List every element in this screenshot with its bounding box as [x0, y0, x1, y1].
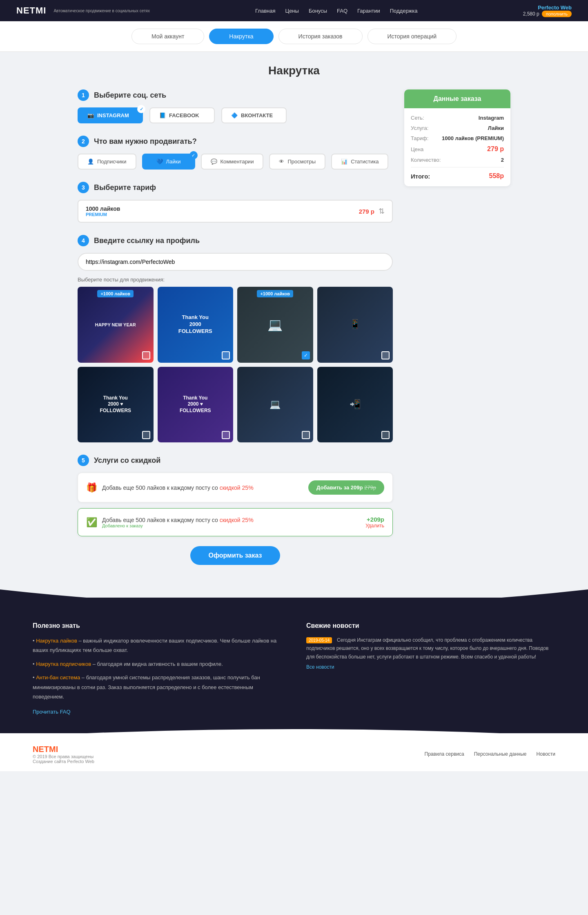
tabs-nav: Мой аккаунт Накрутка История заказов Ист…	[0, 21, 588, 52]
section4-title: Введите ссылку на профиль	[94, 237, 200, 245]
footer-useful: Полезно знать • Накрутка лайков – важный…	[33, 622, 282, 717]
order-row-tariff: Тариф: 1000 лайков (PREMIUM)	[411, 135, 504, 141]
order-network-label: Сеть:	[411, 115, 424, 121]
user-balance: 2,580 р пополнить	[523, 11, 572, 17]
nav-support[interactable]: Поддержка	[390, 8, 418, 14]
order-total-label: Итого:	[411, 173, 430, 180]
order-row-service: Услуга: Лайки	[411, 125, 504, 131]
section1-num: 1	[78, 89, 89, 101]
subscribers-label: Подписчики	[97, 158, 127, 165]
post1-checkbox[interactable]	[142, 351, 150, 359]
likes-label: Лайки	[166, 158, 181, 165]
footer-link-subscribers[interactable]: Накрутка подписчиков	[36, 661, 91, 667]
post5-checkbox[interactable]	[142, 431, 150, 439]
footer-bottom: NETMI © 2019 Все права защищены Создание…	[0, 737, 588, 771]
service-likes[interactable]: 💙 Лайки ✓	[142, 154, 195, 170]
section3-num: 3	[78, 182, 89, 193]
tab-operations-history[interactable]: История операций	[368, 29, 457, 44]
post-item-7[interactable]: 💻	[237, 367, 313, 443]
footer-privacy-link[interactable]: Персональные данные	[474, 751, 527, 757]
section2-header: 2 Что вам нужно продвигать?	[78, 136, 393, 147]
footer-news-link[interactable]: Новости	[537, 751, 555, 757]
nav-home[interactable]: Главная	[255, 8, 275, 14]
likes-icon: 💙	[156, 158, 163, 165]
tab-my-account[interactable]: Мой аккаунт	[131, 29, 204, 44]
post-item-3[interactable]: 💻 +1000 лайков	[237, 287, 313, 363]
news-date-badge: 2019-05-14	[306, 637, 332, 643]
nav-prices[interactable]: Цены	[285, 8, 299, 14]
post3-badge: +1000 лайков	[257, 290, 293, 297]
news-more-link[interactable]: Все новости	[306, 664, 555, 670]
post1-badge: +1000 лайков	[97, 290, 134, 297]
footer-news-content: 2019-05-14 Сегодня Инстаграм официально …	[306, 636, 555, 670]
footer-news-title: Свежие новости	[306, 622, 555, 629]
nav-faq[interactable]: FAQ	[337, 8, 347, 14]
views-icon: 👁	[279, 158, 284, 165]
section-social-network: 1 Выберите соц. сеть 📷 INSTAGRAM ✓ 📘 FAC…	[78, 89, 393, 123]
footer-news: Свежие новости 2019-05-14 Сегодня Инстаг…	[306, 622, 555, 717]
service-comments[interactable]: 💬 Комментарии	[201, 154, 264, 170]
footer-link-antiblock[interactable]: Анти-бан система	[36, 674, 80, 681]
discount2-link[interactable]: скидкой 25%	[220, 517, 254, 523]
social-facebook[interactable]: 📘 FACEBOOK	[149, 107, 215, 123]
order-total-value: 558р	[489, 172, 504, 180]
nav-guarantees[interactable]: Гарантии	[357, 8, 380, 14]
content-main: 1 Выберите соц. сеть 📷 INSTAGRAM ✓ 📘 FAC…	[78, 89, 393, 577]
post-item-6[interactable]: Thank You2000 ♥FOLLOWERS	[158, 367, 234, 443]
post1-overlay: +1000 лайков	[78, 287, 154, 363]
section3-header: 3 Выберите тариф	[78, 182, 393, 193]
content-layout: 1 Выберите соц. сеть 📷 INSTAGRAM ✓ 📘 FAC…	[78, 89, 510, 577]
service-type-options: 👤 Подписчики 💙 Лайки ✓ 💬 Комментарии 👁	[78, 154, 393, 170]
subscribers-icon: 👤	[87, 158, 94, 165]
remove-discount-button[interactable]: Удалить	[365, 523, 384, 529]
service-views[interactable]: 👁 Просмотры	[269, 154, 325, 170]
service-stats[interactable]: 📊 Статистика	[331, 154, 388, 170]
posts-label: Выберите посты для продвижения:	[78, 277, 393, 283]
tariff-selector[interactable]: 1000 лайков PREMIUM 279 р ⇅	[78, 200, 393, 223]
post-item-5[interactable]: Thank You2000 ♥FOLLOWERS	[78, 367, 154, 443]
post6-checkbox[interactable]	[222, 431, 230, 439]
post-item-1[interactable]: HAPPY NEW YEAR +1000 лайков	[78, 287, 154, 363]
tab-nakrutka[interactable]: Накрутка	[209, 29, 273, 44]
instagram-check: ✓	[137, 105, 145, 113]
footer-tos-link[interactable]: Правила сервиса	[425, 751, 464, 757]
post4-checkbox[interactable]	[381, 351, 390, 359]
main-nav: Главная Цены Бонусы FAQ Гарантии Поддерж…	[255, 8, 418, 14]
order-total-row: Итого: 558р	[411, 167, 504, 180]
footer-link-likes[interactable]: Накрутка лайков	[36, 638, 77, 644]
post2-checkbox[interactable]	[222, 351, 230, 359]
post7-checkbox[interactable]	[302, 431, 310, 439]
post-item-8[interactable]: 📲	[317, 367, 393, 443]
post8-checkbox[interactable]	[381, 431, 390, 439]
post-item-2[interactable]: Thank You2000FOLLOWERS	[158, 287, 234, 363]
section-profile-url: 4 Введите ссылку на профиль Выберите пос…	[78, 235, 393, 442]
order-qty-label: Количество:	[411, 157, 441, 163]
topup-button[interactable]: пополнить	[542, 11, 572, 17]
nav-bonuses[interactable]: Бонусы	[309, 8, 327, 14]
gift-icon: 🎁	[86, 482, 97, 493]
footer-useful-title: Полезно знать	[33, 622, 282, 629]
added-price: +209р	[365, 516, 384, 523]
add-discount-button-1[interactable]: Добавить за 209р 279р	[308, 480, 384, 495]
user-name: Perfecto Web	[538, 4, 572, 11]
tariff-name: 1000 лайков	[86, 205, 120, 212]
place-order-button[interactable]: Оформить заказ	[190, 546, 280, 565]
section4-num: 4	[78, 235, 89, 246]
order-tariff-value: 1000 лайков (PREMIUM)	[442, 135, 504, 141]
order-summary-box: Данные заказа Сеть: Instagram Услуга: Ла…	[404, 89, 510, 186]
post-item-4[interactable]: 📱	[317, 287, 393, 363]
post3-checkbox[interactable]	[302, 351, 310, 359]
discount1-link[interactable]: скидкой 25%	[220, 484, 254, 491]
stats-icon: 📊	[341, 158, 347, 165]
social-vkontakte[interactable]: 🔷 ВКОНТАКТЕ	[221, 107, 287, 123]
service-subscribers[interactable]: 👤 Подписчики	[78, 154, 136, 170]
section1-header: 1 Выберите соц. сеть	[78, 89, 393, 101]
discount1-prefix: Добавь еще 500 лайков к каждому посту со	[102, 484, 218, 491]
footer-faq-link[interactable]: Прочитать FAQ	[33, 707, 282, 716]
tab-order-history[interactable]: История заказов	[278, 29, 363, 44]
footer-copy: © 2019 Все права защищены Создание сайта…	[33, 754, 94, 764]
views-label: Просмотры	[287, 158, 316, 165]
profile-url-input[interactable]	[78, 253, 393, 271]
footer-bottom-links: Правила сервиса Персональные данные Ново…	[425, 751, 555, 757]
social-instagram[interactable]: 📷 INSTAGRAM ✓	[78, 107, 143, 123]
